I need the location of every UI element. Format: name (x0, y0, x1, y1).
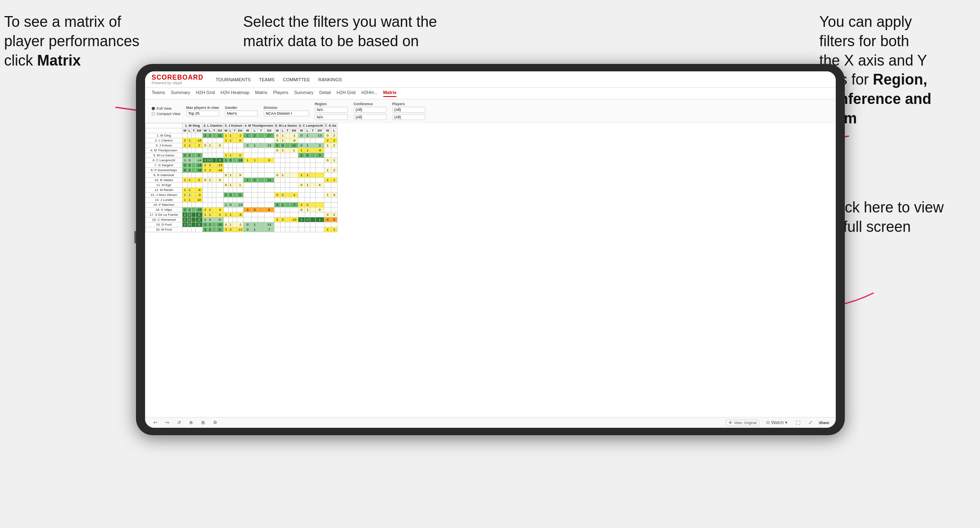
view-compact[interactable]: Compact View (152, 112, 181, 116)
filter-gender-select[interactable]: Men's (225, 111, 258, 116)
nav-rankings[interactable]: RANKINGS (318, 77, 342, 82)
refresh-btn[interactable]: ↺ (176, 419, 183, 426)
tab-h2h-grid[interactable]: H2H Grid (196, 90, 215, 97)
cell-11-0-2 (192, 188, 196, 193)
cell-1-2-2 (233, 138, 237, 143)
cell-15-5-1: 1 (305, 207, 310, 212)
cell-12-5-2 (310, 193, 316, 198)
tab-h2h-grid2[interactable]: H2H Grid (337, 90, 356, 97)
cell-11-6-1 (331, 188, 337, 193)
undo-btn[interactable]: ↩ (152, 419, 159, 426)
cell-19-3-0: 0 (244, 227, 251, 232)
tab-detail[interactable]: Detail (319, 90, 331, 97)
filter-region-select[interactable]: N/A (315, 107, 348, 113)
filter-max-players-select[interactable]: Top 25 (186, 111, 219, 116)
cell-3-0-3 (196, 148, 203, 153)
cell-10-1-0 (202, 183, 208, 188)
cell-16-1-0: 1 (202, 212, 208, 217)
cell-15-1-2 (212, 207, 216, 212)
cell-1-4-2 (285, 138, 290, 143)
cell-15-4-0 (274, 207, 280, 212)
tab-h2hh[interactable]: H2HH... (361, 90, 377, 97)
filter-players: Players (All) (All) (392, 102, 425, 120)
view-original-btn[interactable]: 👁 View: Original (726, 420, 760, 426)
cell-13-1-3 (216, 198, 223, 203)
filter-division-select[interactable]: NCAA Division I (264, 111, 309, 116)
cell-2-3-1: 1 (251, 143, 258, 148)
row-name-6: 7. G Sargent (145, 163, 183, 168)
cell-16-0-2 (192, 212, 196, 217)
cell-3-3-3 (264, 148, 274, 153)
tab-h2h-heatmap[interactable]: H2H Heatmap (220, 90, 249, 97)
ann-topright-line1: You can apply (819, 13, 912, 30)
logo-block: SCOREBOARD Powered by clippd (152, 74, 204, 85)
redo-btn[interactable]: ↪ (164, 419, 171, 426)
cell-3-0-1 (188, 148, 192, 153)
cell-1-1-1 (208, 138, 212, 143)
cell-17-0-1: 0 (188, 217, 192, 222)
cell-4-0-0: 1 (183, 153, 188, 158)
cell-18-1-2 (212, 222, 216, 227)
zoom-btn[interactable]: ⊕ (188, 419, 195, 426)
cell-17-4-1: 2 (280, 217, 285, 222)
cell-5-3-2 (258, 158, 264, 163)
cell-0-2-1: 1 (229, 133, 233, 138)
grid-btn[interactable]: ⊞ (199, 419, 206, 426)
filter-players-select[interactable]: (All) (392, 107, 425, 113)
cell-15-0-0: 2 (183, 207, 188, 212)
cell-13-5-2 (310, 198, 316, 203)
filter-region-select2[interactable]: N/A (315, 114, 348, 120)
nav-teams[interactable]: TEAMS (259, 77, 274, 82)
cell-19-5-3 (315, 227, 324, 232)
cell-5-2-3: -16 (237, 158, 244, 163)
cell-16-1-1: 1 (208, 212, 212, 217)
settings-btn[interactable]: ⚙ (211, 419, 219, 426)
cell-12-6-1: 3 (331, 193, 337, 198)
tab-matrix[interactable]: Matrix (255, 90, 267, 97)
cell-17-3-0 (244, 217, 251, 222)
cell-18-3-0: 0 (244, 222, 251, 227)
cell-4-2-1: 1 (229, 153, 233, 158)
cell-9-4-3 (290, 178, 298, 183)
cell-12-5-0 (298, 193, 305, 198)
cell-13-4-1 (280, 198, 285, 203)
cell-18-2-3: -1 (237, 222, 244, 227)
cell-2-1-0: 0 (202, 143, 208, 148)
view-full[interactable]: Full View (152, 106, 181, 111)
cell-8-1-1 (208, 173, 212, 178)
cell-10-2-0: 0 (223, 183, 229, 188)
cell-17-5-3: 1 (315, 217, 324, 222)
tab-teams[interactable]: Teams (152, 90, 165, 97)
cell-15-0-1: 1 (188, 207, 192, 212)
cell-19-0-1 (188, 227, 192, 232)
tab-summary2[interactable]: Summary (294, 90, 314, 97)
watch-btn[interactable]: ⊙ Watch ▾ (764, 419, 789, 426)
share-btn[interactable]: Share (819, 421, 829, 425)
cell-14-4-0: 4 (274, 203, 280, 207)
cell-2-3-2 (258, 143, 264, 148)
fullscreen-btn[interactable]: ⛶ (794, 420, 802, 426)
row-name-7: 8. P Summerhays (145, 168, 183, 173)
cell-3-4-3: 1 (290, 148, 298, 153)
cell-16-5-1 (305, 212, 310, 217)
matrix-area[interactable]: 1. W Ding 2. L Clanton 3. J Koivun 4. M … (145, 123, 836, 417)
cell-2-5-2 (310, 143, 316, 148)
filter-players-select2[interactable]: (All) (392, 114, 425, 120)
filter-conference-select[interactable]: (All) (354, 107, 387, 113)
nav-tournaments[interactable]: TOURNAMENTS (216, 77, 251, 82)
cell-18-4-0 (274, 222, 280, 227)
cell-19-1-0: 3 (202, 227, 208, 232)
cell-14-2-0: 1 (223, 203, 229, 207)
view-original-label: View: Original (734, 421, 757, 425)
tab-matrix-active[interactable]: Matrix (383, 90, 396, 97)
cell-3-0-0 (183, 148, 188, 153)
nav-committee[interactable]: COMMITTEE (283, 77, 310, 82)
cell-12-1-1 (208, 193, 212, 198)
cell-11-1-0 (202, 188, 208, 193)
filter-conference-select2[interactable]: (All) (354, 114, 387, 120)
cell-7-0-1: 2 (188, 168, 192, 173)
tab-players[interactable]: Players (273, 90, 288, 97)
expand-btn[interactable]: ⤢ (807, 419, 814, 426)
tab-summary[interactable]: Summary (171, 90, 190, 97)
cell-17-2-1 (229, 217, 233, 222)
